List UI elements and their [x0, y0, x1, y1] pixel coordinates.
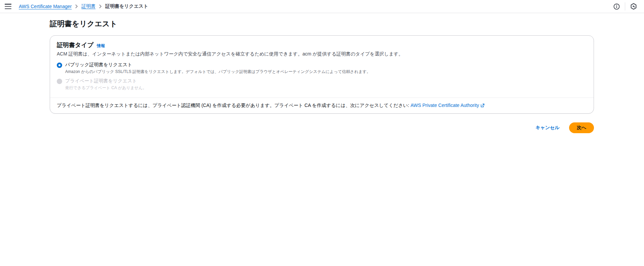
- topbar-divider: [625, 2, 625, 10]
- card-footer: プライベート証明書をリクエストするには、プライベート認証機関 (CA) を作成す…: [50, 98, 594, 113]
- wizard-actions: キャンセル 次へ: [50, 122, 594, 133]
- top-navigation-bar: AWS Certificate Manager 証明書 証明書をリクエスト: [0, 0, 644, 13]
- breadcrumb-current-page: 証明書をリクエスト: [105, 3, 148, 9]
- cancel-button[interactable]: キャンセル: [535, 125, 560, 131]
- external-link-icon[interactable]: [480, 103, 485, 109]
- breadcrumb-link-certificates[interactable]: 証明書: [81, 3, 95, 9]
- topbar-right-tools: [613, 2, 637, 10]
- breadcrumb: AWS Certificate Manager 証明書 証明書をリクエスト: [19, 3, 148, 9]
- certificate-type-card: 証明書タイプ 情報 ACM 証明書は、インターネットまたは内部ネットワーク内で安…: [50, 35, 594, 114]
- amazon-q-icon[interactable]: [630, 3, 637, 10]
- info-icon[interactable]: [613, 3, 620, 10]
- radio-option-label[interactable]: パブリック証明書をリクエスト: [65, 62, 371, 68]
- main-content: 証明書をリクエスト 証明書タイプ 情報 ACM 証明書は、インターネットまたは内…: [50, 13, 594, 133]
- info-link[interactable]: 情報: [97, 43, 105, 49]
- page-title: 証明書をリクエスト: [50, 13, 594, 35]
- private-ca-link[interactable]: AWS Private Certificate Authority: [411, 103, 479, 108]
- chevron-right-icon: [75, 4, 78, 8]
- footer-text: プライベート証明書をリクエストするには、プライベート認証機関 (CA) を作成す…: [57, 103, 411, 108]
- card-title: 証明書タイプ: [57, 41, 93, 49]
- radio-option-description: 発行できるプライベート CA がありません。: [65, 85, 147, 91]
- next-button[interactable]: 次へ: [569, 122, 594, 133]
- card-description: ACM 証明書は、インターネットまたは内部ネットワーク内で安全な通信アクセスを確…: [57, 51, 587, 57]
- radio-selected-icon[interactable]: [57, 63, 62, 68]
- certificate-type-radio-group: パブリック証明書をリクエスト Amazon からのパブリック SSL/TLS 証…: [57, 62, 587, 91]
- radio-option-description: Amazon からのパブリック SSL/TLS 証明書をリクエストします。デフォ…: [65, 69, 371, 75]
- radio-disabled-icon: [57, 79, 62, 84]
- hamburger-menu-icon[interactable]: [5, 4, 11, 9]
- breadcrumb-link-acm[interactable]: AWS Certificate Manager: [19, 4, 72, 9]
- radio-option-public[interactable]: パブリック証明書をリクエスト Amazon からのパブリック SSL/TLS 証…: [57, 62, 587, 75]
- radio-option-private: プライベート証明書をリクエスト 発行できるプライベート CA がありません。: [57, 78, 587, 91]
- radio-option-label: プライベート証明書をリクエスト: [65, 78, 147, 84]
- chevron-right-icon: [99, 4, 102, 8]
